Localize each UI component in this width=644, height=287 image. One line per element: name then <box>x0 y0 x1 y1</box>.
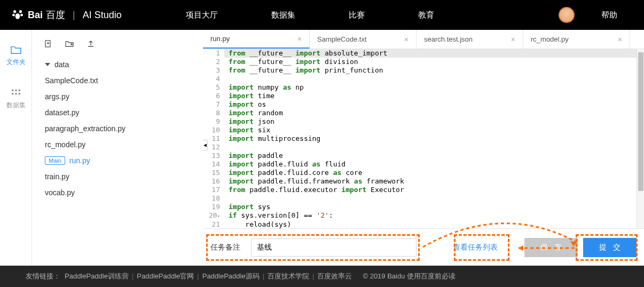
new-folder-icon[interactable] <box>65 39 74 48</box>
vertical-scrollbar[interactable] <box>637 49 644 228</box>
tree-file[interactable]: dataset.py <box>42 105 203 121</box>
tree-file[interactable]: paragraph_extraction.py <box>42 121 203 137</box>
nav-datasets[interactable]: 数据集 <box>271 10 295 20</box>
caret-icon <box>45 63 50 66</box>
editor-tab[interactable]: search.test.json× <box>417 30 523 49</box>
footer-link[interactable]: PaddlePaddle官网 <box>137 272 194 280</box>
svg-point-9 <box>15 93 17 95</box>
footer-link[interactable]: PaddlePaddle源码 <box>202 272 260 280</box>
nav-competition[interactable]: 比赛 <box>349 10 365 20</box>
close-icon[interactable]: × <box>404 35 409 44</box>
tree-file[interactable]: vocab.py <box>42 185 203 201</box>
grid-icon <box>10 88 22 98</box>
close-icon[interactable]: × <box>618 35 622 44</box>
rail-dataset[interactable]: 数据集 <box>6 88 26 110</box>
main-badge: Main <box>45 156 65 165</box>
close-icon[interactable]: × <box>297 35 302 43</box>
view-task-list-link[interactable]: 查看任务列表 <box>453 243 498 252</box>
svg-point-8 <box>11 93 13 95</box>
logo[interactable]: Bai百度 | AI Studio <box>11 7 122 23</box>
gutter-collapse-icon[interactable]: ◀ <box>203 140 208 150</box>
svg-point-10 <box>18 93 20 95</box>
svg-point-3 <box>20 13 23 16</box>
editor-tab[interactable]: run.py× <box>203 30 310 49</box>
code-editor[interactable]: ◀ 1from __future__ import absolute_impor… <box>203 49 637 228</box>
svg-point-4 <box>15 13 20 19</box>
nav-education[interactable]: 教育 <box>418 10 434 20</box>
footer-link[interactable]: 百度效率云 <box>317 272 352 280</box>
svg-point-5 <box>11 90 13 92</box>
svg-point-1 <box>19 10 22 12</box>
tree-file[interactable]: rc_model.py <box>42 137 203 153</box>
footer-link[interactable]: PaddlePaddle训练营 <box>65 272 129 280</box>
submit-button[interactable]: 提交 <box>583 238 637 257</box>
file-toolbar <box>42 39 203 48</box>
tree-folder-data[interactable]: data <box>42 57 203 73</box>
tree-file[interactable]: train.py <box>42 169 203 185</box>
svg-point-2 <box>12 13 15 16</box>
footer-link[interactable]: 百度技术学院 <box>268 272 309 280</box>
task-note-label: 任务备注 <box>210 243 240 252</box>
close-icon[interactable]: × <box>511 35 515 44</box>
folder-icon <box>10 45 22 54</box>
footer-copyright: © 2019 Baidu 使用百度前必读 <box>363 272 455 281</box>
new-file-icon[interactable] <box>44 39 52 48</box>
editor-tab[interactable]: rc_model.py× <box>523 30 630 49</box>
upload-icon[interactable] <box>87 39 95 48</box>
svg-point-6 <box>15 90 17 92</box>
rail-folder[interactable]: 文件夹 <box>6 45 26 67</box>
save-button[interactable]: 保存 <box>524 238 578 257</box>
editor-tab[interactable]: SampleCode.txt× <box>310 30 417 49</box>
svg-point-0 <box>13 10 16 12</box>
tree-file-run[interactable]: Mainrun.py <box>42 153 203 169</box>
paw-icon <box>11 7 25 23</box>
help-link[interactable]: 帮助 <box>601 10 617 20</box>
task-note-input[interactable] <box>251 238 417 257</box>
tree-file[interactable]: SampleCode.txt <box>42 73 203 89</box>
footer-prefix: 友情链接： <box>26 272 60 281</box>
svg-point-7 <box>18 90 20 92</box>
nav-projects[interactable]: 项目大厅 <box>186 10 218 20</box>
tree-file[interactable]: args.py <box>42 89 203 105</box>
avatar[interactable] <box>559 7 575 23</box>
